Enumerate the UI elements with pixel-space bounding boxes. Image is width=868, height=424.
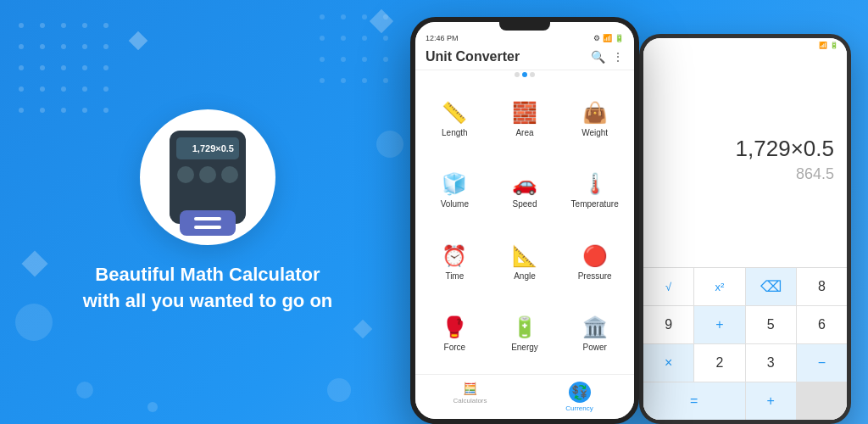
- calculator-device-icon: 1,729×0.5: [170, 131, 246, 224]
- left-section: 1,729×0.5: [0, 0, 415, 424]
- tagline-main-text: Beautiful Math Calculator with all you w…: [83, 262, 333, 315]
- unit-converter-status-bar: 12:46 PM ⚙ 📶 🔋: [415, 31, 634, 44]
- calc-key-9[interactable]: 9: [643, 306, 693, 343]
- area-label: Area: [515, 128, 533, 137]
- volume-icon: 🧊: [442, 172, 467, 196]
- bottom-navigation: 🧮 Calculators 💱 Currency: [415, 374, 634, 419]
- app-title-text: Unit Converter: [426, 49, 520, 64]
- temperature-label: Temperature: [571, 199, 619, 209]
- temperature-icon: 🌡️: [582, 172, 608, 196]
- phone-front-unit-converter: 12:46 PM ⚙ 📶 🔋 Unit Converter 🔍 ⋮: [410, 17, 639, 424]
- converter-item-weight[interactable]: 👜 Weight: [560, 84, 629, 154]
- calc-key-plus-bottom[interactable]: +: [746, 382, 796, 420]
- phones-container: 📶 🔋 1,729×0.5 864.5 √ x² ⌫ 8 9 +: [376, 0, 851, 424]
- converter-item-force[interactable]: 🥊 Force: [420, 299, 489, 370]
- calc-expression-text: 1,729×0.5: [736, 136, 834, 162]
- calculators-nav-label: Calculators: [453, 397, 487, 404]
- calc-key-squared[interactable]: x²: [694, 268, 744, 305]
- volume-label: Volume: [441, 199, 469, 209]
- phone-back-calculator: 📶 🔋 1,729×0.5 864.5 √ x² ⌫ 8 9 +: [639, 34, 851, 424]
- calc-btn-3: [221, 166, 238, 183]
- calc-key-5[interactable]: 5: [746, 306, 796, 343]
- status-icons-right: ⚙ 📶 🔋: [593, 34, 624, 42]
- power-label: Power: [582, 343, 606, 352]
- tab-indicator: [415, 70, 634, 79]
- weight-icon: 👜: [582, 101, 608, 125]
- speed-label: Speed: [513, 199, 537, 209]
- currency-nav-label: Currency: [565, 404, 593, 412]
- converter-item-length[interactable]: 📏 Length: [420, 84, 489, 154]
- calc-bottom-panel: [180, 210, 236, 236]
- currency-nav-icon: 💱: [569, 382, 591, 403]
- tagline: Beautiful Math Calculator with all you w…: [83, 262, 333, 315]
- calc-screen-display: 1,729×0.5: [176, 137, 239, 159]
- converter-item-volume[interactable]: 🧊 Volume: [420, 156, 489, 226]
- power-icon: 🏛️: [582, 315, 608, 339]
- angle-label: Angle: [514, 271, 536, 281]
- calc-key-6[interactable]: 6: [797, 306, 847, 343]
- pressure-icon: 🔴: [582, 244, 608, 268]
- converter-item-speed[interactable]: 🚗 Speed: [491, 156, 559, 226]
- background: 1,729×0.5: [0, 0, 868, 424]
- speed-icon: 🚗: [512, 172, 537, 196]
- unit-converter-screen: 12:46 PM ⚙ 📶 🔋 Unit Converter 🔍 ⋮: [415, 22, 634, 419]
- calc-btn-1: [177, 166, 194, 183]
- app-header: Unit Converter 🔍 ⋮: [415, 44, 634, 70]
- nav-currency[interactable]: 💱 Currency: [525, 378, 634, 416]
- tab-dot-1: [515, 72, 520, 77]
- calc-key-equals[interactable]: =: [643, 382, 745, 420]
- tab-dot-3: [530, 72, 535, 77]
- converter-item-angle[interactable]: 📐 Angle: [491, 227, 559, 298]
- equals-icon: [194, 217, 221, 229]
- calculator-screen-content: 📶 🔋 1,729×0.5 864.5 √ x² ⌫ 8 9 +: [643, 38, 847, 420]
- length-label: Length: [442, 128, 468, 137]
- force-label: Force: [444, 343, 466, 352]
- status-time: 12:46 PM: [426, 34, 459, 42]
- converter-grid: 📏 Length 🧱 Area 👜 Weight �: [415, 79, 634, 374]
- calc-key-2[interactable]: 2: [694, 344, 744, 382]
- tab-dot-2: [522, 72, 527, 77]
- nav-calculators[interactable]: 🧮 Calculators: [415, 378, 525, 416]
- search-icon[interactable]: 🔍: [591, 50, 605, 64]
- area-icon: 🧱: [512, 101, 537, 125]
- converter-item-time[interactable]: ⏰ Time: [420, 227, 489, 298]
- length-icon: 📏: [442, 101, 467, 125]
- time-label: Time: [445, 271, 464, 281]
- calc-key-3[interactable]: 3: [746, 344, 796, 382]
- phone-notch: [499, 22, 550, 31]
- converter-item-area[interactable]: 🧱 Area: [491, 84, 559, 154]
- calc-key-backspace[interactable]: ⌫: [746, 268, 796, 305]
- header-icons-group: 🔍 ⋮: [591, 50, 624, 64]
- calc-buttons-row: [177, 166, 238, 183]
- time-icon: ⏰: [442, 244, 467, 268]
- pressure-label: Pressure: [578, 271, 612, 281]
- calc-status-icons: 📶 🔋: [819, 42, 838, 49]
- calc-btn-2: [199, 166, 216, 183]
- calculator-display: 1,729×0.5 864.5: [643, 51, 847, 267]
- more-options-icon[interactable]: ⋮: [612, 50, 624, 64]
- angle-icon: 📐: [512, 244, 537, 268]
- converter-item-energy[interactable]: 🔋 Energy: [491, 299, 559, 370]
- calculators-nav-icon: 🧮: [463, 382, 477, 395]
- converter-item-pressure[interactable]: 🔴 Pressure: [560, 227, 629, 298]
- calc-key-plus[interactable]: +: [694, 306, 744, 343]
- energy-icon: 🔋: [512, 315, 537, 339]
- force-icon: 🥊: [442, 315, 467, 339]
- converter-item-power[interactable]: 🏛️ Power: [560, 299, 629, 370]
- energy-label: Energy: [511, 343, 538, 352]
- weight-label: Weight: [581, 128, 608, 137]
- calc-key-8[interactable]: 8: [797, 268, 847, 305]
- calculator-circle: 1,729×0.5: [140, 109, 275, 245]
- calc-key-multiply[interactable]: ×: [643, 344, 693, 382]
- calc-key-minus[interactable]: −: [797, 344, 847, 382]
- converter-item-temperature[interactable]: 🌡️ Temperature: [560, 156, 629, 226]
- calc-result-text: 864.5: [796, 165, 834, 183]
- calculator-keypad: √ x² ⌫ 8 9 + 5 6 × 2 3 − =: [643, 267, 847, 420]
- calc-key-sqrt[interactable]: √: [643, 268, 693, 305]
- calc-status-bar: 📶 🔋: [643, 38, 847, 51]
